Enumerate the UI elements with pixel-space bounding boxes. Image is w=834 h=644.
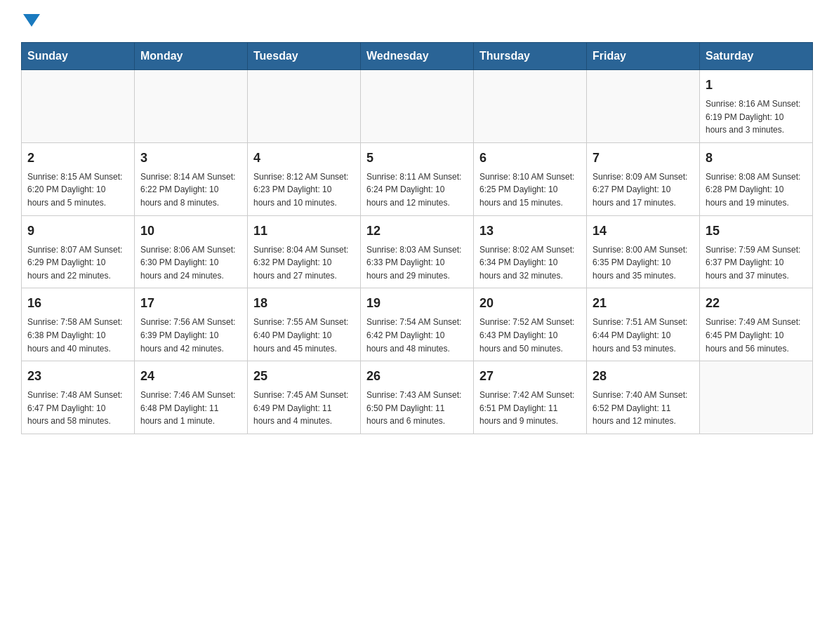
- calendar-day-cell: 19Sunrise: 7:54 AM Sunset: 6:42 PM Dayli…: [361, 288, 474, 361]
- day-number: 17: [140, 294, 241, 313]
- day-number: 16: [27, 294, 128, 313]
- calendar-day-cell: 25Sunrise: 7:45 AM Sunset: 6:49 PM Dayli…: [248, 361, 361, 434]
- calendar-day-cell: 22Sunrise: 7:49 AM Sunset: 6:45 PM Dayli…: [700, 288, 813, 361]
- day-number: 14: [593, 222, 694, 241]
- day-number: 22: [706, 294, 807, 313]
- day-number: 10: [140, 222, 241, 241]
- day-info: Sunrise: 7:40 AM Sunset: 6:52 PM Dayligh…: [593, 389, 694, 428]
- calendar-day-cell: 10Sunrise: 8:06 AM Sunset: 6:30 PM Dayli…: [135, 215, 248, 288]
- day-of-week-header: Friday: [587, 43, 700, 70]
- calendar-table: SundayMondayTuesdayWednesdayThursdayFrid…: [21, 42, 813, 434]
- day-number: 27: [479, 367, 581, 386]
- day-info: Sunrise: 8:07 AM Sunset: 6:29 PM Dayligh…: [27, 243, 128, 283]
- day-number: 23: [27, 367, 128, 386]
- day-info: Sunrise: 7:48 AM Sunset: 6:47 PM Dayligh…: [27, 389, 128, 428]
- day-number: 5: [366, 149, 468, 168]
- day-info: Sunrise: 7:52 AM Sunset: 6:43 PM Dayligh…: [479, 316, 581, 355]
- calendar-day-cell: 8Sunrise: 8:08 AM Sunset: 6:28 PM Daylig…: [700, 142, 813, 215]
- calendar-day-cell: [587, 70, 700, 143]
- day-info: Sunrise: 7:56 AM Sunset: 6:39 PM Dayligh…: [140, 316, 241, 355]
- calendar-day-cell: 18Sunrise: 7:55 AM Sunset: 6:40 PM Dayli…: [248, 288, 361, 361]
- calendar-day-cell: 13Sunrise: 8:02 AM Sunset: 6:34 PM Dayli…: [474, 215, 587, 288]
- day-info: Sunrise: 7:45 AM Sunset: 6:49 PM Dayligh…: [253, 389, 355, 428]
- day-number: 9: [27, 222, 128, 241]
- calendar-day-cell: [474, 70, 587, 143]
- day-info: Sunrise: 8:04 AM Sunset: 6:32 PM Dayligh…: [253, 243, 355, 283]
- day-number: 2: [27, 149, 128, 168]
- calendar-day-cell: 6Sunrise: 8:10 AM Sunset: 6:25 PM Daylig…: [474, 142, 587, 215]
- calendar-week-row: 23Sunrise: 7:48 AM Sunset: 6:47 PM Dayli…: [22, 361, 813, 434]
- day-info: Sunrise: 8:09 AM Sunset: 6:27 PM Dayligh…: [593, 170, 694, 210]
- day-info: Sunrise: 7:51 AM Sunset: 6:44 PM Dayligh…: [593, 316, 694, 355]
- calendar-day-cell: 11Sunrise: 8:04 AM Sunset: 6:32 PM Dayli…: [248, 215, 361, 288]
- page-header: [21, 14, 813, 28]
- day-info: Sunrise: 7:59 AM Sunset: 6:37 PM Dayligh…: [706, 243, 807, 283]
- calendar-week-row: 1Sunrise: 8:16 AM Sunset: 6:19 PM Daylig…: [22, 70, 813, 143]
- calendar-day-cell: [248, 70, 361, 143]
- day-number: 19: [366, 294, 468, 313]
- calendar-day-cell: [361, 70, 474, 143]
- day-number: 8: [706, 149, 807, 168]
- day-of-week-header: Tuesday: [248, 43, 361, 70]
- logo-triangle-icon: [23, 14, 40, 27]
- day-number: 15: [706, 222, 807, 241]
- calendar-day-cell: 4Sunrise: 8:12 AM Sunset: 6:23 PM Daylig…: [248, 142, 361, 215]
- day-number: 28: [593, 367, 694, 386]
- day-info: Sunrise: 7:42 AM Sunset: 6:51 PM Dayligh…: [479, 389, 581, 428]
- calendar-day-cell: 27Sunrise: 7:42 AM Sunset: 6:51 PM Dayli…: [474, 361, 587, 434]
- calendar-day-cell: 14Sunrise: 8:00 AM Sunset: 6:35 PM Dayli…: [587, 215, 700, 288]
- day-info: Sunrise: 8:02 AM Sunset: 6:34 PM Dayligh…: [479, 243, 581, 283]
- day-number: 7: [593, 149, 694, 168]
- calendar-day-cell: 9Sunrise: 8:07 AM Sunset: 6:29 PM Daylig…: [22, 215, 135, 288]
- calendar-day-cell: [22, 70, 135, 143]
- calendar-week-row: 16Sunrise: 7:58 AM Sunset: 6:38 PM Dayli…: [22, 288, 813, 361]
- calendar-day-cell: 16Sunrise: 7:58 AM Sunset: 6:38 PM Dayli…: [22, 288, 135, 361]
- day-of-week-header: Sunday: [22, 43, 135, 70]
- day-info: Sunrise: 8:08 AM Sunset: 6:28 PM Dayligh…: [706, 170, 807, 210]
- calendar-day-cell: 17Sunrise: 7:56 AM Sunset: 6:39 PM Dayli…: [135, 288, 248, 361]
- calendar-day-cell: 24Sunrise: 7:46 AM Sunset: 6:48 PM Dayli…: [135, 361, 248, 434]
- calendar-week-row: 9Sunrise: 8:07 AM Sunset: 6:29 PM Daylig…: [22, 215, 813, 288]
- calendar-day-cell: 5Sunrise: 8:11 AM Sunset: 6:24 PM Daylig…: [361, 142, 474, 215]
- day-number: 18: [253, 294, 355, 313]
- day-info: Sunrise: 8:10 AM Sunset: 6:25 PM Dayligh…: [479, 170, 581, 210]
- day-info: Sunrise: 7:58 AM Sunset: 6:38 PM Dayligh…: [27, 316, 128, 355]
- day-of-week-header: Thursday: [474, 43, 587, 70]
- calendar-day-cell: 12Sunrise: 8:03 AM Sunset: 6:33 PM Dayli…: [361, 215, 474, 288]
- day-of-week-header: Monday: [135, 43, 248, 70]
- day-info: Sunrise: 8:12 AM Sunset: 6:23 PM Dayligh…: [253, 170, 355, 210]
- day-number: 26: [366, 367, 468, 386]
- day-info: Sunrise: 7:55 AM Sunset: 6:40 PM Dayligh…: [253, 316, 355, 355]
- calendar-day-cell: 28Sunrise: 7:40 AM Sunset: 6:52 PM Dayli…: [587, 361, 700, 434]
- calendar-header-row: SundayMondayTuesdayWednesdayThursdayFrid…: [22, 43, 813, 70]
- calendar-day-cell: 20Sunrise: 7:52 AM Sunset: 6:43 PM Dayli…: [474, 288, 587, 361]
- day-info: Sunrise: 8:15 AM Sunset: 6:20 PM Dayligh…: [27, 170, 128, 210]
- day-info: Sunrise: 8:06 AM Sunset: 6:30 PM Dayligh…: [140, 243, 241, 283]
- day-info: Sunrise: 7:54 AM Sunset: 6:42 PM Dayligh…: [366, 316, 468, 355]
- logo: [21, 14, 40, 28]
- calendar-day-cell: 23Sunrise: 7:48 AM Sunset: 6:47 PM Dayli…: [22, 361, 135, 434]
- calendar-day-cell: 15Sunrise: 7:59 AM Sunset: 6:37 PM Dayli…: [700, 215, 813, 288]
- day-number: 21: [593, 294, 694, 313]
- calendar-day-cell: 3Sunrise: 8:14 AM Sunset: 6:22 PM Daylig…: [135, 142, 248, 215]
- calendar-day-cell: 21Sunrise: 7:51 AM Sunset: 6:44 PM Dayli…: [587, 288, 700, 361]
- calendar-day-cell: 2Sunrise: 8:15 AM Sunset: 6:20 PM Daylig…: [22, 142, 135, 215]
- day-info: Sunrise: 8:16 AM Sunset: 6:19 PM Dayligh…: [706, 98, 807, 137]
- day-info: Sunrise: 7:49 AM Sunset: 6:45 PM Dayligh…: [706, 316, 807, 355]
- calendar-week-row: 2Sunrise: 8:15 AM Sunset: 6:20 PM Daylig…: [22, 142, 813, 215]
- day-info: Sunrise: 8:11 AM Sunset: 6:24 PM Dayligh…: [366, 170, 468, 210]
- calendar-day-cell: 26Sunrise: 7:43 AM Sunset: 6:50 PM Dayli…: [361, 361, 474, 434]
- day-number: 24: [140, 367, 241, 386]
- day-info: Sunrise: 8:00 AM Sunset: 6:35 PM Dayligh…: [593, 243, 694, 283]
- day-number: 12: [366, 222, 468, 241]
- day-info: Sunrise: 7:46 AM Sunset: 6:48 PM Dayligh…: [140, 389, 241, 428]
- day-number: 13: [479, 222, 581, 241]
- day-number: 3: [140, 149, 241, 168]
- day-info: Sunrise: 8:03 AM Sunset: 6:33 PM Dayligh…: [366, 243, 468, 283]
- day-number: 4: [253, 149, 355, 168]
- calendar-day-cell: [135, 70, 248, 143]
- day-number: 6: [479, 149, 581, 168]
- day-of-week-header: Saturday: [700, 43, 813, 70]
- day-number: 25: [253, 367, 355, 386]
- calendar-day-cell: [700, 361, 813, 434]
